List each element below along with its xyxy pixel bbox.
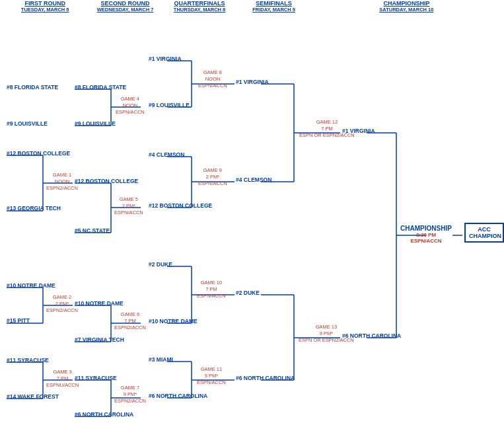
team-miami-qf: #3 MIAMI bbox=[149, 356, 173, 363]
header-row: FIRST ROUND TUESDAY, MARCH 6 SECOND ROUN… bbox=[3, 0, 501, 13]
game1-info: GAME 1 NOON ESPN2/ACCN bbox=[46, 172, 78, 191]
team-unc-qf: #6 NORTH CAROLINA bbox=[149, 393, 207, 399]
game6-info: GAME 6 7 PM ESPN2/ACCN bbox=[114, 311, 146, 330]
team-duke-qf: #2 DUKE bbox=[149, 261, 172, 268]
header-championship: CHAMPIONSHIP SATURDAY, MARCH 10 bbox=[312, 0, 501, 13]
team-unc-2r: #6 NORTH CAROLINA bbox=[75, 411, 133, 418]
team-notre-dame: #10 NOTRE DAME bbox=[7, 282, 55, 289]
team-nc-state: #5 NC STATE bbox=[75, 227, 110, 234]
team-clemson-qf: #4 CLEMSON bbox=[149, 151, 184, 158]
team-bc-2r: #12 BOSTON COLLEGE bbox=[75, 178, 138, 184]
team-louisville-qf: #9 LOUISVILLE bbox=[149, 102, 190, 108]
championship-label: CHAMPIONSHIP 8:30 PM ESPN/ACCN bbox=[400, 225, 452, 244]
game11-info: GAME 11 9 PM* ESPN/ACCN bbox=[197, 366, 226, 385]
team-wake-forest: #14 WAKE FOREST bbox=[7, 393, 59, 400]
team-syracuse: #11 SYRACUSE bbox=[7, 357, 49, 364]
team-louisville-2r: #9 LOUISVILLE bbox=[75, 120, 116, 127]
header-first-round: FIRST ROUND TUESDAY, MARCH 6 bbox=[3, 0, 87, 13]
header-quarterfinals: QUARTERFINALS THURSDAY, MARCH 8 bbox=[164, 0, 236, 13]
team-boston-college: #12 BOSTON COLLEGE bbox=[7, 150, 70, 157]
team-vt-2r: #7 VIRGINIA TECH bbox=[75, 336, 124, 343]
game8-info: GAME 8 NOON ESPN/ACCN bbox=[198, 69, 227, 89]
game10-info: GAME 10 7 PM ESPN/ACCN bbox=[197, 280, 226, 299]
team-unc-sf: #6 NORTH CAROLINA bbox=[236, 375, 295, 381]
team-unc-champ: #6 NORTH CAROLINA bbox=[342, 332, 401, 339]
team-syr-2r: #11 SYRACUSE bbox=[75, 375, 117, 381]
acc-champion-label: ACC CHAMPION bbox=[464, 223, 504, 243]
header-second-round: SECOND ROUND WEDNESDAY, MARCH 7 bbox=[87, 0, 163, 13]
team-georgia-tech: #13 GEORGIA TECH bbox=[7, 205, 61, 212]
bracket-container: FIRST ROUND TUESDAY, MARCH 6 SECOND ROUN… bbox=[0, 0, 504, 425]
team-bc-qf: #12 BOSTON COLLEGE bbox=[149, 202, 212, 209]
game5-info: GAME 5 2 PM* ESPN/ACCN bbox=[114, 196, 143, 215]
header-semifinals: SEMIFINALS FRIDAY, MARCH 9 bbox=[235, 0, 312, 13]
team-florida-state: #8 FLORIDA STATE bbox=[7, 84, 58, 91]
game2-info: GAME 2 2 PM* ESPN2/ACCN bbox=[46, 294, 78, 313]
team-virginia-champ: #1 VIRGINIA bbox=[342, 128, 375, 134]
team-florida-state-2r: #8 FLORIDA STATE bbox=[75, 84, 126, 91]
game7-info: GAME 7 9 PM* ESPN2/ACCN bbox=[114, 385, 146, 404]
team-nd-2r: #10 NOTRE DAME bbox=[75, 300, 124, 307]
team-virginia-sf: #1 VIRGINIA bbox=[236, 79, 269, 85]
team-louisville-1: #9 LOUISVILLE bbox=[7, 120, 48, 127]
bracket-body: #8 FLORIDA STATE #9 LOUISVILLE #12 BOSTO… bbox=[3, 18, 504, 425]
team-clemson-sf: #4 CLEMSON bbox=[236, 176, 271, 183]
game9-info: GAME 9 2 PM* ESPN/ACCN bbox=[198, 167, 227, 186]
team-duke-sf: #2 DUKE bbox=[236, 290, 260, 296]
game3-info: GAME 3 7 PM ESPNU/ACCN bbox=[46, 369, 79, 388]
team-pitt: #15 PITT bbox=[7, 317, 30, 324]
team-nd-qf: #10 NOTRE DAME bbox=[149, 318, 198, 325]
game4-info: GAME 4 NOON ESPN/ACCN bbox=[116, 96, 145, 115]
team-virginia-qf: #1 VIRGINIA bbox=[149, 56, 182, 62]
